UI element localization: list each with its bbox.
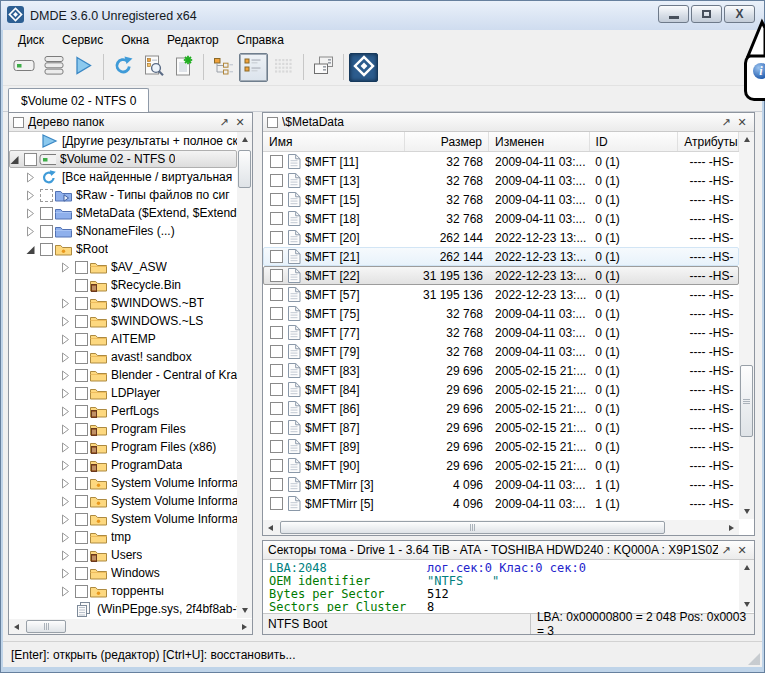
tree-vscroll-thumb[interactable] xyxy=(238,150,251,188)
open-volume-button[interactable] xyxy=(69,53,98,82)
tree-item[interactable]: [Все найденные / виртуальная xyxy=(9,168,237,186)
tree-collapsed-icon[interactable] xyxy=(61,442,74,453)
menu-item-2[interactable]: Сервис xyxy=(53,31,112,49)
table-row[interactable]: $MFT [11]32 7682009-04-11 03:...0 (1)---… xyxy=(263,152,739,171)
row-checkbox[interactable] xyxy=(270,155,283,168)
windows-panels-button[interactable] xyxy=(309,53,338,82)
tree-item[interactable]: Program Files (x86) xyxy=(9,438,237,456)
tree-item[interactable]: торренты xyxy=(9,582,237,600)
tree-hscrollbar[interactable] xyxy=(9,619,252,634)
tree-collapsed-icon[interactable] xyxy=(61,478,74,489)
tree-item-checkbox[interactable] xyxy=(75,567,88,580)
tree-item-checkbox[interactable] xyxy=(75,441,88,454)
tree-collapsed-icon[interactable] xyxy=(61,298,74,309)
table-row[interactable]: $MFT [13]32 7682009-04-11 03:...0 (1)---… xyxy=(263,171,739,190)
tree-expanded-icon[interactable] xyxy=(26,244,39,255)
table-row[interactable]: $MFT [75]32 7682009-04-11 03:...0 (1)---… xyxy=(263,304,739,323)
full-scan-button[interactable] xyxy=(169,53,198,82)
row-checkbox[interactable] xyxy=(270,193,283,206)
panel-close-icon[interactable]: ✕ xyxy=(232,115,248,130)
scroll-up-icon[interactable] xyxy=(739,560,754,575)
scroll-left-icon[interactable] xyxy=(263,520,278,535)
tree-item[interactable]: avast! sandbox xyxy=(9,348,237,366)
row-checkbox[interactable] xyxy=(270,307,283,320)
table-row[interactable]: $MFT [15]32 7682009-04-11 03:...0 (1)---… xyxy=(263,190,739,209)
tree-item-checkbox[interactable] xyxy=(75,351,88,364)
tree-collapsed-icon[interactable] xyxy=(61,334,74,345)
tree-item-checkbox[interactable] xyxy=(40,189,53,202)
row-checkbox[interactable] xyxy=(270,231,283,244)
table-hscrollbar[interactable] xyxy=(263,520,739,535)
row-checkbox[interactable] xyxy=(270,269,283,282)
tree-item[interactable]: (WinPEpge.sys, 2f4bf8ab-f93 xyxy=(9,600,237,618)
tree-item[interactable]: System Volume Informat xyxy=(9,492,237,510)
tree-item[interactable]: Windows xyxy=(9,564,237,582)
tree-item[interactable]: AITEMP xyxy=(9,330,237,348)
tree-item-checkbox[interactable] xyxy=(75,477,88,490)
row-checkbox[interactable] xyxy=(270,421,283,434)
select-device-button[interactable] xyxy=(9,53,38,82)
tree-collapsed-icon[interactable] xyxy=(61,262,74,273)
tree-collapsed-icon[interactable] xyxy=(26,226,39,237)
tree-item[interactable]: PerfLogs xyxy=(9,402,237,420)
tree-collapsed-icon[interactable] xyxy=(61,406,74,417)
tree-collapsed-icon[interactable] xyxy=(61,388,74,399)
table-row[interactable]: $MFT [84]29 6962005-02-15 21:...0 (1)---… xyxy=(263,380,739,399)
panel-maximize-icon[interactable]: ↗ xyxy=(216,115,232,130)
sector-vscrollbar[interactable] xyxy=(739,560,754,612)
tree-collapsed-icon[interactable] xyxy=(61,352,74,363)
panel-maximize-icon[interactable]: ↗ xyxy=(718,543,734,558)
tree-item[interactable]: Blender - Central of Krasn xyxy=(9,366,237,384)
tree-item-checkbox[interactable] xyxy=(40,225,53,238)
scroll-down-icon[interactable] xyxy=(739,504,754,519)
tree-collapsed-icon[interactable] xyxy=(26,172,39,183)
tree-collapsed-icon[interactable] xyxy=(61,460,74,471)
tree-collapsed-icon[interactable] xyxy=(26,190,39,201)
row-checkbox[interactable] xyxy=(270,478,283,491)
restore-button[interactable] xyxy=(691,5,722,23)
sector-data[interactable]: LBA:2048лог.сек:0 Клас:0 сек:0OEM identi… xyxy=(263,560,739,612)
tree-item[interactable]: System Volume Informat xyxy=(9,474,237,492)
row-checkbox[interactable] xyxy=(270,345,283,358)
list-view-button[interactable] xyxy=(239,53,268,82)
tree-item-checkbox[interactable] xyxy=(75,405,88,418)
row-checkbox[interactable] xyxy=(270,250,283,263)
table-row[interactable]: $MFTMirr [5]4 0962009-04-11 03:...1 (1)-… xyxy=(263,494,739,513)
tree-collapsed-icon[interactable] xyxy=(61,370,74,381)
column-header-5[interactable]: Атрибуты xyxy=(678,132,739,151)
row-checkbox[interactable] xyxy=(270,174,283,187)
tree-item[interactable]: $Root xyxy=(9,240,237,258)
file-panel-checkbox[interactable] xyxy=(267,117,278,128)
panel-maximize-icon[interactable]: ↗ xyxy=(718,115,734,130)
table-row[interactable]: $MFT [20]262 1442022-12-23 13:...0 (1)--… xyxy=(263,228,739,247)
table-vscroll-thumb[interactable] xyxy=(740,365,753,437)
tree-vscrollbar[interactable] xyxy=(237,132,252,618)
table-row[interactable]: $MFT [57]31 195 1362022-12-23 13:...0 (1… xyxy=(263,285,739,304)
tree-item[interactable]: $NonameFiles (...) xyxy=(9,222,237,240)
tree-item-checkbox[interactable] xyxy=(75,387,88,400)
tree-item[interactable]: tmp xyxy=(9,528,237,546)
tree-item-checkbox[interactable] xyxy=(75,531,88,544)
tree-item[interactable]: System Volume Informat xyxy=(9,510,237,528)
menu-item-1[interactable]: Диск xyxy=(9,31,53,49)
tree-item[interactable]: $WINDOWS.~LS xyxy=(9,312,237,330)
tree-item[interactable]: $MetaData ($Extend, $Extend xyxy=(9,204,237,222)
tab-volume[interactable]: $Volume 02 - NTFS 0 xyxy=(8,88,149,112)
column-header-3[interactable]: Изменен xyxy=(489,132,590,151)
tree-item[interactable]: Program Files xyxy=(9,420,237,438)
tree-item[interactable]: $AV_ASW xyxy=(9,258,237,276)
tree-collapsed-icon[interactable] xyxy=(61,586,74,597)
panel-close-icon[interactable]: ✕ xyxy=(734,543,750,558)
tree-item[interactable]: Users xyxy=(9,546,237,564)
scroll-left-icon[interactable] xyxy=(9,619,24,634)
row-checkbox[interactable] xyxy=(270,459,283,472)
tree-item-checkbox[interactable] xyxy=(75,585,88,598)
search-button[interactable] xyxy=(139,53,168,82)
dmde-logo-button[interactable] xyxy=(349,53,378,82)
info-icon[interactable]: i xyxy=(753,63,765,79)
column-header-2[interactable]: Размер xyxy=(405,132,489,151)
table-row[interactable]: $MFT [79]32 7682009-04-11 03:...0 (1)---… xyxy=(263,342,739,361)
tree-item-checkbox[interactable] xyxy=(40,207,53,220)
tree-item-checkbox[interactable] xyxy=(75,261,88,274)
scroll-down-icon[interactable] xyxy=(237,603,252,618)
